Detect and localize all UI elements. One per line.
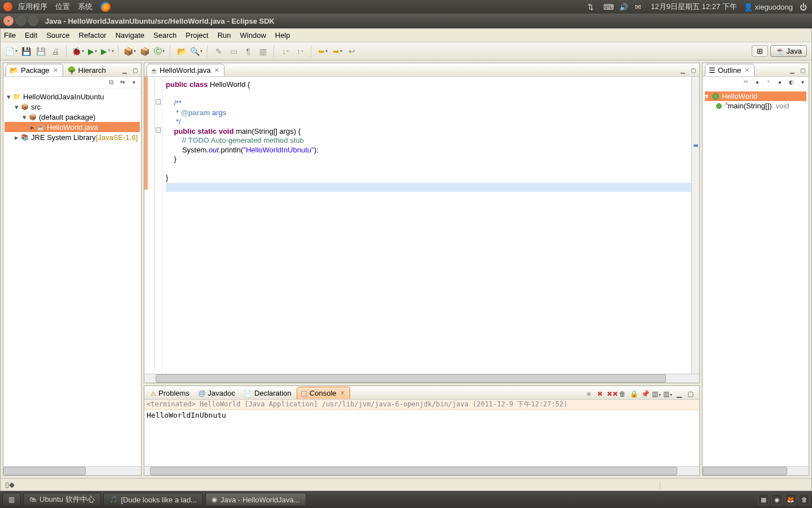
tab-hierarchy[interactable]: 🌳Hierarch: [63, 64, 111, 76]
menu-edit[interactable]: Edit: [25, 31, 37, 40]
code-area[interactable]: public class HelloWorld { /** * @param a…: [162, 77, 691, 374]
tab-declaration[interactable]: Declaration: [240, 387, 297, 399]
hide-local-button[interactable]: ◐: [787, 79, 795, 87]
close-icon[interactable]: ✕: [53, 67, 58, 74]
tab-javadoc[interactable]: Javadoc: [195, 387, 240, 399]
window-maximize-button[interactable]: [28, 16, 38, 26]
tab-console[interactable]: Console✕: [297, 387, 350, 399]
firefox-launcher-icon[interactable]: [100, 2, 111, 12]
maximize-editor-button[interactable]: ▢: [689, 67, 697, 75]
run-button[interactable]: ▶: [86, 45, 99, 58]
open-perspective-button[interactable]: ⊞: [752, 45, 768, 57]
taskbar-item-software-center[interactable]: 🛍 Ubuntu 软件中心: [23, 493, 101, 506]
panel-user[interactable]: xieguodong: [744, 3, 793, 11]
menu-run[interactable]: Run: [218, 31, 231, 40]
show-desktop-button[interactable]: ▥: [2, 493, 21, 506]
taskbar-item-eclipse[interactable]: ◉ Java - HelloWorldJava...: [205, 493, 306, 506]
menu-window[interactable]: Window: [240, 31, 266, 40]
forward-button[interactable]: ➡: [331, 45, 343, 58]
maximize-bottom-button[interactable]: ▢: [686, 390, 695, 399]
hide-nonpublic-button[interactable]: ●: [776, 79, 784, 87]
close-icon[interactable]: ✕: [214, 67, 219, 74]
minimize-bottom-button[interactable]: ▁: [674, 390, 683, 399]
hscrollbar[interactable]: [3, 466, 141, 475]
overview-ruler[interactable]: [691, 77, 699, 374]
remove-all-button[interactable]: ✖✖: [607, 390, 616, 399]
editor-tab-helloworld[interactable]: HelloWorld.java✕: [147, 64, 224, 76]
workspace-switcher[interactable]: ▦: [758, 494, 769, 505]
show-whitespace-button[interactable]: ¶: [242, 45, 254, 58]
external-tools-button[interactable]: ▶⁺: [101, 45, 113, 58]
outline-hscrollbar[interactable]: [703, 466, 809, 475]
window-close-button[interactable]: ×: [3, 16, 14, 26]
ubuntu-logo-icon[interactable]: [3, 2, 12, 11]
trash-icon[interactable]: 🗑: [798, 494, 810, 505]
menu-source[interactable]: Source: [46, 31, 69, 40]
package-tree[interactable]: ▾HelloWorldJavaInUbuntu ▾src ▾(default p…: [3, 89, 141, 466]
minimize-editor-button[interactable]: ▁: [679, 67, 687, 75]
menu-help[interactable]: Help: [275, 31, 290, 40]
sort-button[interactable]: ᵃᶻ: [742, 79, 750, 87]
search-button[interactable]: 🔍: [190, 45, 202, 58]
tree-src[interactable]: ▾src: [5, 102, 140, 112]
tree-file-helloworld[interactable]: ▸HelloWorld.java: [5, 122, 140, 132]
maximize-outline-button[interactable]: ▢: [798, 67, 806, 75]
prev-annotation-button[interactable]: ↑: [294, 45, 306, 58]
panel-menu-system[interactable]: 系统: [78, 2, 92, 12]
outline-tree[interactable]: ▾HelloWorld smain(String[]) : void: [703, 89, 809, 466]
power-icon[interactable]: [800, 3, 809, 11]
hide-fields-button[interactable]: ●: [753, 79, 761, 87]
scroll-lock-button[interactable]: 🔒: [629, 390, 638, 399]
save-all-button[interactable]: 💾: [34, 45, 47, 58]
panel-datetime[interactable]: 12月9日星期五 12:27 下午: [651, 2, 736, 12]
tab-package-explorer[interactable]: 📂Package✕: [6, 64, 63, 76]
minimize-outline-button[interactable]: ▁: [788, 67, 796, 75]
view-menu-button[interactable]: ▾: [798, 79, 806, 87]
tab-problems[interactable]: Problems: [147, 387, 195, 399]
open-console-button[interactable]: ▥: [663, 390, 672, 399]
tray-eclipse-icon[interactable]: ◉: [771, 494, 783, 505]
new-button[interactable]: 📄: [5, 45, 17, 58]
back-button[interactable]: ⬅: [316, 45, 329, 58]
outline-method-main[interactable]: smain(String[]) : void: [705, 101, 806, 111]
link-editor-button[interactable]: ⇆: [118, 79, 126, 87]
menu-navigate[interactable]: Navigate: [116, 31, 144, 40]
next-annotation-button[interactable]: ↓: [279, 45, 292, 58]
print-button[interactable]: 🖨: [49, 45, 61, 58]
console-output[interactable]: HelloWorldInUbnutu: [144, 410, 699, 466]
hide-static-button[interactable]: ˢ: [765, 79, 773, 87]
menu-project[interactable]: Project: [186, 31, 208, 40]
remove-launch-button[interactable]: ✖: [595, 390, 604, 399]
save-button[interactable]: 💾: [20, 45, 32, 58]
menu-search[interactable]: Search: [153, 31, 176, 40]
toggle-block-button[interactable]: ▭: [227, 45, 240, 58]
panel-menu-apps[interactable]: 应用程序: [18, 2, 47, 12]
clear-console-button[interactable]: 🗑: [618, 390, 627, 399]
toggle-breadcrumb-button[interactable]: ▥: [257, 45, 269, 58]
menu-refactor[interactable]: Refactor: [79, 31, 107, 40]
tree-jre-library[interactable]: ▸JRE System Library [JavaSE-1.6]: [5, 132, 140, 142]
taskbar-item-music[interactable]: 🎵 [Dude looks like a lad...: [103, 493, 203, 506]
last-edit-button[interactable]: ↩: [346, 45, 358, 58]
display-console-button[interactable]: ▥: [652, 390, 661, 399]
folding-ruler[interactable]: - -: [155, 77, 162, 374]
collapse-all-button[interactable]: ⊟: [107, 79, 115, 87]
tab-outline[interactable]: ☰Outline✕: [705, 64, 754, 76]
toggle-mark-button[interactable]: ✎: [213, 45, 225, 58]
tray-firefox-icon[interactable]: 🦊: [785, 494, 796, 505]
close-icon[interactable]: ✕: [744, 67, 749, 74]
keyboard-icon[interactable]: [603, 3, 612, 11]
volume-icon[interactable]: [619, 3, 628, 11]
panel-menu-places[interactable]: 位置: [55, 2, 70, 12]
open-type-button[interactable]: 📂: [175, 45, 188, 58]
window-minimize-button[interactable]: [16, 16, 26, 26]
maximize-view-button[interactable]: ▢: [131, 67, 139, 75]
outline-class[interactable]: ▾HelloWorld: [705, 91, 806, 101]
new-package-button[interactable]: 📦: [123, 45, 136, 58]
minimize-view-button[interactable]: ▁: [121, 67, 129, 75]
new-class-button[interactable]: Ⓒ: [153, 45, 165, 58]
view-menu-button[interactable]: ▾: [130, 79, 138, 87]
terminate-button[interactable]: ■: [584, 390, 593, 399]
network-icon[interactable]: [588, 3, 597, 11]
menu-file[interactable]: File: [4, 31, 16, 40]
